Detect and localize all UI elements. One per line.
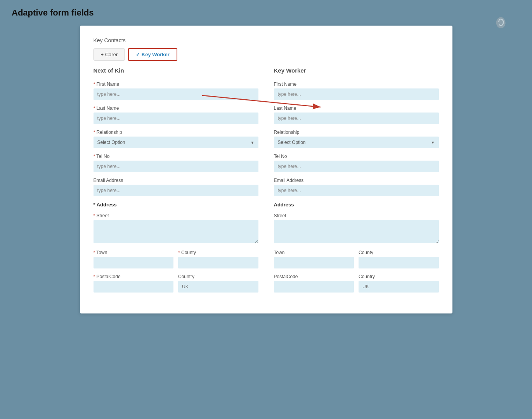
right-first-name-label: First Name bbox=[274, 81, 439, 87]
right-relationship-select[interactable]: Select Option bbox=[274, 137, 439, 148]
right-relationship-select-wrapper: Select Option bbox=[274, 137, 439, 148]
left-relationship-group: Relationship Select Option bbox=[94, 130, 258, 148]
right-postal-group: PostalCode bbox=[274, 274, 354, 293]
left-first-name-group: First Name bbox=[94, 81, 258, 100]
left-country-label: Country bbox=[178, 274, 258, 279]
left-postal-country-row: PostalCode Country bbox=[94, 274, 258, 298]
right-relationship-group: Relationship Select Option bbox=[274, 130, 439, 148]
left-first-name-input[interactable] bbox=[94, 88, 258, 100]
left-address-title: * Address bbox=[94, 202, 258, 208]
logo-icon bbox=[493, 16, 509, 31]
right-first-name-input[interactable] bbox=[274, 88, 439, 100]
right-relationship-label: Relationship bbox=[274, 130, 439, 135]
right-town-input[interactable] bbox=[274, 257, 354, 268]
right-email-group: Email Address bbox=[274, 178, 439, 196]
left-county-input[interactable] bbox=[178, 257, 258, 268]
right-address-title: Address bbox=[274, 202, 439, 208]
left-col-header: Next of Kin bbox=[94, 67, 258, 75]
left-town-group: Town bbox=[94, 250, 174, 268]
left-town-label: Town bbox=[94, 250, 174, 255]
left-relationship-select[interactable]: Select Option bbox=[94, 137, 258, 148]
right-town-county-row: Town County bbox=[274, 250, 439, 274]
tab-key-worker[interactable]: ✓ Key Worker bbox=[128, 48, 177, 61]
key-contacts-label: Key Contacts bbox=[94, 37, 439, 43]
right-postal-country-row: PostalCode Country bbox=[274, 274, 439, 298]
left-email-input[interactable] bbox=[94, 185, 258, 196]
left-address-section: * Address bbox=[94, 202, 258, 208]
right-town-label: Town bbox=[274, 250, 354, 255]
col-key-worker: Key Worker First Name Last Name Relation… bbox=[274, 67, 439, 298]
left-last-name-input[interactable] bbox=[94, 113, 258, 124]
left-first-name-label: First Name bbox=[94, 81, 258, 87]
left-email-label: Email Address bbox=[94, 178, 258, 183]
left-tel-input[interactable] bbox=[94, 161, 258, 172]
col-next-of-kin: Next of Kin First Name Last Name Relatio… bbox=[94, 67, 258, 298]
left-town-input[interactable] bbox=[94, 257, 174, 268]
tabs-row: + Carer ✓ Key Worker bbox=[94, 48, 439, 61]
tab-carer-label: + Carer bbox=[101, 52, 118, 57]
left-tel-label: Tel No bbox=[94, 154, 258, 159]
right-email-label: Email Address bbox=[274, 178, 439, 183]
left-town-county-row: Town County bbox=[94, 250, 258, 274]
left-street-textarea[interactable] bbox=[94, 220, 258, 243]
page-title: Adaptive form fields bbox=[12, 8, 520, 18]
right-last-name-group: Last Name bbox=[274, 106, 439, 124]
right-first-name-group: First Name bbox=[274, 81, 439, 100]
right-country-label: Country bbox=[359, 274, 439, 279]
left-county-group: County bbox=[178, 250, 258, 268]
right-country-group: Country bbox=[359, 274, 439, 293]
left-postal-input[interactable] bbox=[94, 281, 174, 293]
form-card: Key Contacts + Carer ✓ Key Worker Next o… bbox=[80, 26, 452, 313]
right-postal-input[interactable] bbox=[274, 281, 354, 293]
left-street-group: Street bbox=[94, 213, 258, 244]
left-street-label: Street bbox=[94, 213, 258, 218]
right-street-label: Street bbox=[274, 213, 439, 218]
right-street-textarea[interactable] bbox=[274, 220, 439, 243]
right-postal-label: PostalCode bbox=[274, 274, 354, 279]
tab-key-worker-label: ✓ Key Worker bbox=[136, 52, 170, 57]
columns-wrapper: Next of Kin First Name Last Name Relatio… bbox=[94, 67, 439, 298]
right-tel-input[interactable] bbox=[274, 161, 439, 172]
right-county-input[interactable] bbox=[359, 257, 439, 268]
tab-carer[interactable]: + Carer bbox=[94, 48, 125, 61]
right-county-label: County bbox=[359, 250, 439, 255]
left-relationship-label: Relationship bbox=[94, 130, 258, 135]
right-county-group: County bbox=[359, 250, 439, 268]
left-postal-group: PostalCode bbox=[94, 274, 174, 293]
left-postal-label: PostalCode bbox=[94, 274, 174, 279]
right-email-input[interactable] bbox=[274, 185, 439, 196]
right-country-input[interactable] bbox=[359, 281, 439, 293]
right-address-section: Address bbox=[274, 202, 439, 208]
right-tel-label: Tel No bbox=[274, 154, 439, 159]
right-town-group: Town bbox=[274, 250, 354, 268]
left-email-group: Email Address bbox=[94, 178, 258, 196]
left-last-name-label: Last Name bbox=[94, 106, 258, 111]
right-tel-group: Tel No bbox=[274, 154, 439, 172]
right-last-name-label: Last Name bbox=[274, 106, 439, 111]
right-street-group: Street bbox=[274, 213, 439, 244]
left-country-input[interactable] bbox=[178, 281, 258, 293]
left-tel-group: Tel No bbox=[94, 154, 258, 172]
left-county-label: County bbox=[178, 250, 258, 255]
left-last-name-group: Last Name bbox=[94, 106, 258, 124]
right-last-name-input[interactable] bbox=[274, 113, 439, 124]
right-col-header: Key Worker bbox=[274, 67, 439, 75]
left-country-group: Country bbox=[178, 274, 258, 293]
left-relationship-select-wrapper: Select Option bbox=[94, 137, 258, 148]
